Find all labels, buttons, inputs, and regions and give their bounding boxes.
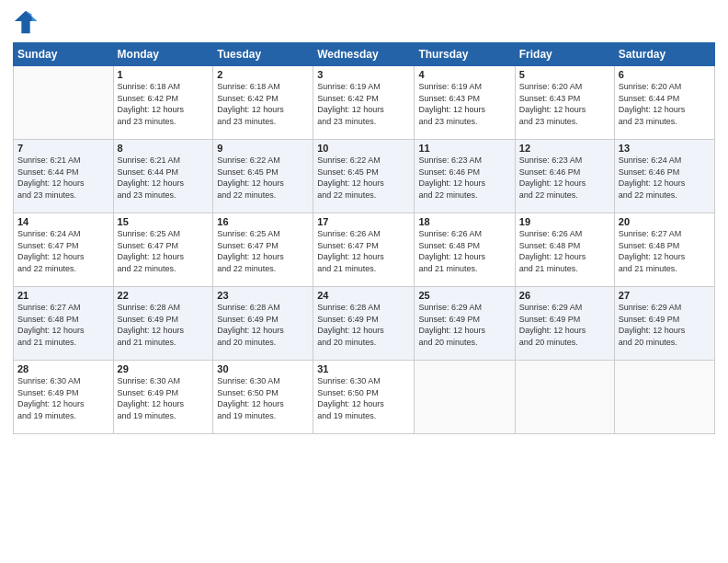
svg-marker-0 xyxy=(15,11,37,33)
calendar-cell: 16Sunrise: 6:25 AM Sunset: 6:47 PM Dayli… xyxy=(213,213,313,287)
calendar-cell: 12Sunrise: 6:23 AM Sunset: 6:46 PM Dayli… xyxy=(515,140,614,213)
day-info: Sunrise: 6:23 AM Sunset: 6:46 PM Dayligh… xyxy=(519,155,610,201)
day-number: 7 xyxy=(17,143,109,154)
calendar-cell: 11Sunrise: 6:23 AM Sunset: 6:46 PM Dayli… xyxy=(415,140,515,213)
calendar-cell: 18Sunrise: 6:26 AM Sunset: 6:48 PM Dayli… xyxy=(415,213,515,287)
day-number: 20 xyxy=(619,216,711,227)
day-number: 1 xyxy=(118,69,210,80)
calendar-header-row: SundayMondayTuesdayWednesdayThursdayFrid… xyxy=(14,43,715,66)
day-info: Sunrise: 6:25 AM Sunset: 6:47 PM Dayligh… xyxy=(217,228,309,274)
day-info: Sunrise: 6:30 AM Sunset: 6:49 PM Dayligh… xyxy=(118,375,210,421)
calendar-header-wednesday: Wednesday xyxy=(313,43,415,66)
day-number: 23 xyxy=(217,290,309,301)
day-info: Sunrise: 6:30 AM Sunset: 6:50 PM Dayligh… xyxy=(217,375,309,421)
page: SundayMondayTuesdayWednesdayThursdayFrid… xyxy=(0,0,728,563)
calendar-cell: 21Sunrise: 6:27 AM Sunset: 6:48 PM Dayli… xyxy=(14,287,114,361)
day-info: Sunrise: 6:29 AM Sunset: 6:49 PM Dayligh… xyxy=(519,302,610,348)
calendar-cell: 20Sunrise: 6:27 AM Sunset: 6:48 PM Dayli… xyxy=(614,213,714,287)
day-number: 15 xyxy=(118,216,210,227)
day-info: Sunrise: 6:27 AM Sunset: 6:48 PM Dayligh… xyxy=(619,228,711,274)
calendar-cell xyxy=(14,66,114,140)
day-number: 19 xyxy=(519,216,610,227)
day-number: 2 xyxy=(217,69,309,80)
calendar-cell: 1Sunrise: 6:18 AM Sunset: 6:42 PM Daylig… xyxy=(113,66,213,140)
calendar-header-friday: Friday xyxy=(515,43,614,66)
day-info: Sunrise: 6:29 AM Sunset: 6:49 PM Dayligh… xyxy=(418,302,510,348)
day-number: 28 xyxy=(17,363,109,374)
calendar-cell: 4Sunrise: 6:19 AM Sunset: 6:43 PM Daylig… xyxy=(415,66,515,140)
day-info: Sunrise: 6:20 AM Sunset: 6:44 PM Dayligh… xyxy=(619,81,711,127)
calendar-cell: 8Sunrise: 6:21 AM Sunset: 6:44 PM Daylig… xyxy=(113,140,213,213)
calendar-cell: 27Sunrise: 6:29 AM Sunset: 6:49 PM Dayli… xyxy=(614,287,714,361)
day-number: 4 xyxy=(418,69,510,80)
day-number: 21 xyxy=(17,290,109,301)
calendar-cell: 10Sunrise: 6:22 AM Sunset: 6:45 PM Dayli… xyxy=(313,140,415,213)
day-number: 13 xyxy=(619,143,711,154)
calendar-cell: 29Sunrise: 6:30 AM Sunset: 6:49 PM Dayli… xyxy=(113,361,213,434)
logo xyxy=(13,9,42,35)
day-number: 31 xyxy=(317,363,410,374)
day-info: Sunrise: 6:28 AM Sunset: 6:49 PM Dayligh… xyxy=(317,302,410,348)
day-number: 30 xyxy=(217,363,309,374)
day-info: Sunrise: 6:28 AM Sunset: 6:49 PM Dayligh… xyxy=(118,302,210,348)
calendar-cell: 24Sunrise: 6:28 AM Sunset: 6:49 PM Dayli… xyxy=(313,287,415,361)
calendar-cell: 15Sunrise: 6:25 AM Sunset: 6:47 PM Dayli… xyxy=(113,213,213,287)
calendar-cell: 19Sunrise: 6:26 AM Sunset: 6:48 PM Dayli… xyxy=(515,213,614,287)
day-info: Sunrise: 6:18 AM Sunset: 6:42 PM Dayligh… xyxy=(217,81,309,127)
day-info: Sunrise: 6:24 AM Sunset: 6:46 PM Dayligh… xyxy=(619,155,711,201)
day-info: Sunrise: 6:29 AM Sunset: 6:49 PM Dayligh… xyxy=(619,302,711,348)
logo-icon xyxy=(13,9,39,35)
day-number: 27 xyxy=(619,290,711,301)
calendar-cell: 6Sunrise: 6:20 AM Sunset: 6:44 PM Daylig… xyxy=(614,66,714,140)
calendar-cell: 22Sunrise: 6:28 AM Sunset: 6:49 PM Dayli… xyxy=(113,287,213,361)
calendar-header-thursday: Thursday xyxy=(415,43,515,66)
day-info: Sunrise: 6:25 AM Sunset: 6:47 PM Dayligh… xyxy=(118,228,210,274)
day-info: Sunrise: 6:21 AM Sunset: 6:44 PM Dayligh… xyxy=(17,155,109,201)
calendar-cell: 5Sunrise: 6:20 AM Sunset: 6:43 PM Daylig… xyxy=(515,66,614,140)
day-number: 14 xyxy=(17,216,109,227)
calendar-week-row: 14Sunrise: 6:24 AM Sunset: 6:47 PM Dayli… xyxy=(14,213,715,287)
day-number: 3 xyxy=(317,69,410,80)
day-info: Sunrise: 6:22 AM Sunset: 6:45 PM Dayligh… xyxy=(217,155,309,201)
calendar-header-tuesday: Tuesday xyxy=(213,43,313,66)
calendar-cell xyxy=(515,361,614,434)
day-number: 26 xyxy=(519,290,610,301)
header xyxy=(13,9,715,35)
calendar-table: SundayMondayTuesdayWednesdayThursdayFrid… xyxy=(13,42,715,434)
calendar-cell: 26Sunrise: 6:29 AM Sunset: 6:49 PM Dayli… xyxy=(515,287,614,361)
day-info: Sunrise: 6:24 AM Sunset: 6:47 PM Dayligh… xyxy=(17,228,109,274)
calendar-cell: 3Sunrise: 6:19 AM Sunset: 6:42 PM Daylig… xyxy=(313,66,415,140)
day-number: 22 xyxy=(118,290,210,301)
calendar-header-sunday: Sunday xyxy=(14,43,114,66)
calendar-cell: 28Sunrise: 6:30 AM Sunset: 6:49 PM Dayli… xyxy=(14,361,114,434)
calendar-cell: 2Sunrise: 6:18 AM Sunset: 6:42 PM Daylig… xyxy=(213,66,313,140)
day-number: 17 xyxy=(317,216,410,227)
day-number: 6 xyxy=(619,69,711,80)
day-info: Sunrise: 6:19 AM Sunset: 6:42 PM Dayligh… xyxy=(317,81,410,127)
calendar-cell: 9Sunrise: 6:22 AM Sunset: 6:45 PM Daylig… xyxy=(213,140,313,213)
calendar-cell xyxy=(614,361,714,434)
day-number: 24 xyxy=(317,290,410,301)
day-number: 16 xyxy=(217,216,309,227)
calendar-cell: 14Sunrise: 6:24 AM Sunset: 6:47 PM Dayli… xyxy=(14,213,114,287)
day-number: 5 xyxy=(519,69,610,80)
calendar-cell: 7Sunrise: 6:21 AM Sunset: 6:44 PM Daylig… xyxy=(14,140,114,213)
day-number: 11 xyxy=(418,143,510,154)
calendar-cell: 25Sunrise: 6:29 AM Sunset: 6:49 PM Dayli… xyxy=(415,287,515,361)
calendar-cell: 23Sunrise: 6:28 AM Sunset: 6:49 PM Dayli… xyxy=(213,287,313,361)
calendar-header-saturday: Saturday xyxy=(614,43,714,66)
day-number: 12 xyxy=(519,143,610,154)
day-info: Sunrise: 6:23 AM Sunset: 6:46 PM Dayligh… xyxy=(418,155,510,201)
day-number: 29 xyxy=(118,363,210,374)
day-info: Sunrise: 6:18 AM Sunset: 6:42 PM Dayligh… xyxy=(118,81,210,127)
day-number: 25 xyxy=(418,290,510,301)
calendar-week-row: 7Sunrise: 6:21 AM Sunset: 6:44 PM Daylig… xyxy=(14,140,715,213)
day-info: Sunrise: 6:26 AM Sunset: 6:47 PM Dayligh… xyxy=(317,228,410,274)
day-number: 10 xyxy=(317,143,410,154)
calendar-cell: 30Sunrise: 6:30 AM Sunset: 6:50 PM Dayli… xyxy=(213,361,313,434)
calendar-week-row: 1Sunrise: 6:18 AM Sunset: 6:42 PM Daylig… xyxy=(14,66,715,140)
calendar-week-row: 28Sunrise: 6:30 AM Sunset: 6:49 PM Dayli… xyxy=(14,361,715,434)
day-info: Sunrise: 6:28 AM Sunset: 6:49 PM Dayligh… xyxy=(217,302,309,348)
day-info: Sunrise: 6:30 AM Sunset: 6:49 PM Dayligh… xyxy=(17,375,109,421)
day-info: Sunrise: 6:26 AM Sunset: 6:48 PM Dayligh… xyxy=(418,228,510,274)
